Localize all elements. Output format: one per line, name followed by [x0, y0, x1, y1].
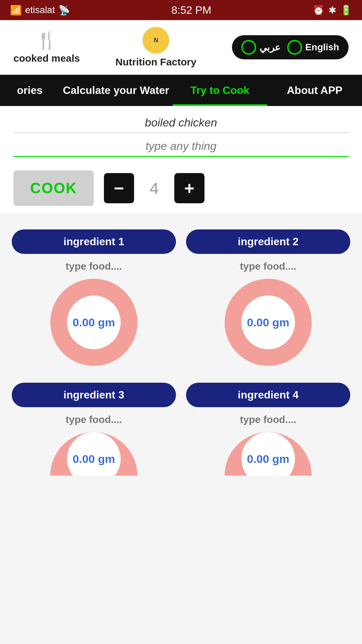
tab-calories[interactable]: ories: [0, 75, 60, 106]
ingredient-2-donut: 0.00 gm: [225, 279, 312, 366]
carrier-name: etisalat: [25, 5, 55, 15]
ingredient-2-donut-inner: 0.00 gm: [241, 296, 295, 349]
wifi-icon: 📡: [58, 5, 70, 16]
ingredient-2-input[interactable]: [186, 261, 350, 272]
nutrition-factory-label: Nutrition Factory: [115, 56, 196, 68]
anything-search-input[interactable]: [13, 140, 349, 153]
decrement-button[interactable]: −: [104, 173, 134, 203]
arabic-circle: [241, 40, 256, 55]
ingredient-card-4: ingredient 4 0.00 gm: [181, 376, 355, 486]
nutrition-factory-logo[interactable]: N Nutrition Factory: [115, 27, 196, 68]
fork-knife-icon: 🍴: [36, 31, 57, 50]
ingredient-1-donut: 0.00 gm: [50, 279, 137, 366]
ingredient-card-2: ingredient 2 0.00 gm: [181, 223, 355, 376]
status-bar: 📶 etisalat 📡 8:52 PM ⏰ ✱ 🔋: [0, 0, 362, 20]
ingredient-1-value: 0.00 gm: [73, 316, 115, 329]
signal-icon: 📶: [10, 5, 22, 16]
arabic-label: عربي: [259, 42, 281, 53]
calories-tab-label: ories: [17, 84, 43, 96]
language-toggle[interactable]: عربي English: [232, 35, 349, 59]
clock: 8:52 PM: [171, 4, 211, 16]
ingredient-2-value: 0.00 gm: [247, 316, 290, 329]
lang-english[interactable]: English: [287, 40, 339, 55]
ingredient-count: 4: [144, 179, 164, 198]
ingredient-card-1: ingredient 1 0.00 gm: [7, 223, 181, 376]
english-label: English: [305, 42, 339, 53]
about-tab-label: About APP: [287, 84, 343, 96]
ingredient-1-button[interactable]: ingredient 1: [12, 229, 176, 254]
nutrition-circle-icon: N: [142, 27, 169, 54]
ingredients-grid: ingredient 1 0.00 gm ingredient 2 0.00 g…: [0, 213, 362, 496]
ingredient-4-donut: 0.00 gm: [225, 432, 312, 476]
tab-about[interactable]: About APP: [267, 75, 362, 106]
ingredient-4-donut-inner: 0.00 gm: [241, 432, 295, 476]
ingredient-1-donut-inner: 0.00 gm: [67, 296, 121, 349]
bluetooth-icon: ✱: [328, 5, 336, 16]
cooked-meals-logo[interactable]: 🍴 cooked meals: [13, 31, 80, 64]
ingredient-1-input[interactable]: [12, 261, 176, 272]
search-area: [0, 106, 362, 157]
alarm-icon: ⏰: [313, 5, 324, 16]
ingredient-3-input[interactable]: [12, 414, 176, 425]
tab-cook[interactable]: Try to Cook: [173, 75, 267, 106]
ingredient-card-3: ingredient 3 0.00 gm: [7, 376, 181, 486]
ingredient-3-donut-inner: 0.00 gm: [67, 432, 121, 476]
cooked-meals-label: cooked meals: [13, 53, 80, 64]
ingredient-4-value: 0.00 gm: [247, 452, 290, 466]
status-right: ⏰ ✱ 🔋: [313, 5, 352, 16]
app-header: 🍴 cooked meals N Nutrition Factory عربي …: [0, 20, 362, 75]
battery-icon: 🔋: [340, 5, 352, 16]
cook-tab-label: Try to Cook: [190, 84, 249, 96]
water-tab-label: Calculate your Water: [63, 84, 169, 96]
ingredient-3-value: 0.00 gm: [73, 452, 115, 466]
status-left: 📶 etisalat 📡: [10, 5, 70, 16]
search-wrap-1: [13, 116, 349, 133]
ingredient-4-input[interactable]: [186, 414, 350, 425]
ingredient-2-button[interactable]: ingredient 2: [186, 229, 350, 254]
meal-search-input[interactable]: [13, 116, 349, 129]
increment-button[interactable]: +: [174, 173, 204, 203]
nav-tabs: ories Calculate your Water Try to Cook A…: [0, 75, 362, 106]
english-circle: [287, 40, 302, 55]
tab-water[interactable]: Calculate your Water: [60, 75, 173, 106]
controls-row: COOK − 4 +: [0, 157, 362, 213]
cook-button[interactable]: COOK: [13, 170, 94, 206]
ingredient-3-button[interactable]: ingredient 3: [12, 383, 176, 407]
ingredient-3-donut: 0.00 gm: [50, 432, 137, 476]
lang-arabic[interactable]: عربي: [241, 40, 281, 55]
search-wrap-2: [13, 140, 349, 157]
ingredient-4-button[interactable]: ingredient 4: [186, 383, 350, 407]
